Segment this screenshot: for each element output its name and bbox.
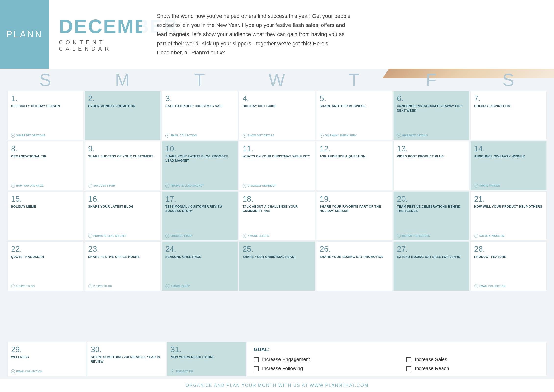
logo: PLANN <box>6 29 43 39</box>
day-8-subtext: HOW YOU ORGANIZE <box>16 184 44 187</box>
day-23-num: 23. <box>88 245 157 253</box>
day-20-title: TEAM FESTIVE CELEBRATIONS BEHIND THE SCE… <box>397 205 466 233</box>
calendar-grid: 1.OFFICIALLY HOLIDAY SEASONSHARE DECORAT… <box>7 91 547 341</box>
day-21-title: HOW WILL YOUR PRODUCT HELP OTHERS <box>474 205 543 233</box>
day-30-title: SHARE SOMETHING VULNERABLE YEAR IN REVIE… <box>91 355 162 373</box>
day-18-subtext: 7 MORE SLEEPS <box>248 235 269 237</box>
day-7-title: HOLIDAY INSPIRATION <box>474 104 543 138</box>
day-24: 24.SEASONS GREETINGS1 MORE SLEEP <box>162 241 238 291</box>
day-14-sub: SHARE WINNER <box>474 182 543 188</box>
day-25: 25.SHARE YOUR CHRISTMAS FEAST <box>239 241 315 291</box>
day-31-title: NEW YEARS RESOLUTIONS <box>171 355 242 368</box>
title-december: DECEMBER. <box>59 17 132 36</box>
plus-icon-24 <box>165 284 169 288</box>
day-28-title: PRODUCT FEATURE <box>474 255 543 283</box>
day-11-num: 11. <box>243 144 311 153</box>
day-20: 20.TEAM FESTIVE CELEBRATIONS BEHIND THE … <box>393 191 469 241</box>
day-8-sub: HOW YOU ORGANIZE <box>11 182 80 188</box>
plus-icon-16 <box>88 234 92 238</box>
plus-icon-10 <box>165 184 169 188</box>
day-29-title: WELLNESS <box>11 355 83 368</box>
goal-checkbox-4[interactable] <box>406 366 411 371</box>
day-6-title: ANNOUNCE INSTAGRAM GIVEAWAY FOR NEXT WEE… <box>397 104 466 132</box>
day-5-title: SHARE ANOTHER BUSINESS <box>320 104 389 132</box>
day-14-title: ANNOUNCE GIVEAWAY WINNER <box>474 154 543 182</box>
day-30: 30. SHARE SOMETHING VULNERABLE YEAR IN R… <box>87 342 166 376</box>
day-23: 23.SHARE FESTIVE OFFICE HOURS2 DAYS TO G… <box>85 241 161 291</box>
goal-item-4: Increase Reach <box>406 366 540 371</box>
footer-text: ORGANIZE AND PLAN YOUR MONTH WITH US AT … <box>185 383 369 388</box>
day-2-title: CYBER MONDAY PROMOTION <box>88 104 157 138</box>
day-8: 8.ORGANIZATIONAL TIPHOW YOU ORGANIZE <box>7 141 84 190</box>
title-box: DECEMBER. CONTENT CALENDAR <box>49 0 142 69</box>
day-3-num: 3. <box>165 94 234 103</box>
day-29-subtext: EMAIL COLLECTION <box>16 370 42 373</box>
plus-icon-21 <box>474 234 478 238</box>
goal-section: 29. WELLNESS EMAIL COLLECTION 30. SHARE … <box>7 342 547 376</box>
day-25-num: 25. <box>243 245 311 253</box>
day-3-title: SALE EXTENDED/ CHRISTMAS SALE <box>165 104 234 132</box>
day-18: 18.TALK ABOUT A CHALLENGE YOUR COMMUNITY… <box>239 191 315 241</box>
day-4-num: 4. <box>243 94 311 103</box>
day-3: 3.SALE EXTENDED/ CHRISTMAS SALEEMAIL COL… <box>162 91 238 140</box>
day-29: 29. WELLNESS EMAIL COLLECTION <box>7 342 86 376</box>
day-21-sub: SOLVE A PROBLEM <box>474 232 543 238</box>
day-8-title: ORGANIZATIONAL TIP <box>11 154 80 182</box>
day-5-num: 5. <box>320 94 389 103</box>
day-headers: S M T W T F S <box>7 69 547 90</box>
day-6-num: 6. <box>397 94 466 103</box>
plus-icon-18 <box>243 234 246 238</box>
goal-checkboxes: Increase Engagement Increase Sales Incre… <box>254 357 540 371</box>
day-17-title: TESTIMONIAL / CUSTOMER REVIEW SUCCESS ST… <box>165 205 234 233</box>
footer: ORGANIZE AND PLAN YOUR MONTH WITH US AT … <box>0 379 554 392</box>
plus-icon-14 <box>474 184 478 188</box>
goal-checkbox-2[interactable] <box>254 366 259 371</box>
day-5-subtext: GIVEAWAY SNEAK PEEK <box>325 134 357 137</box>
day-4-title: HOLIDAY GIFT GUIDE <box>243 104 311 132</box>
day-8-num: 8. <box>11 144 80 153</box>
day-31-subtext: TUESDAY TIP <box>176 370 193 373</box>
day-24-num: 24. <box>165 245 234 253</box>
plus-icon-28 <box>474 284 478 288</box>
day-27-title: EXTEND BOXING DAY SALE FOR 24HRS <box>397 255 466 288</box>
day-10-title: SHARE YOUR LATEST BLOG PROMOTE LEAD MAGN… <box>165 154 234 182</box>
day-10-sub: PROMOTE LEAD MAGNET <box>165 182 234 188</box>
day-2: 2.CYBER MONDAY PROMOTION <box>85 91 161 140</box>
day-4: 4.HOLIDAY GIFT GUIDESHOW GIFT DETAILS <box>239 91 315 140</box>
day-12: 12.ASK AUDIENCE A QUESTION <box>316 141 392 190</box>
day-28-subtext: EMAIL COLLECTION <box>479 285 505 288</box>
day-21-subtext: SOLVE A PROBLEM <box>479 235 505 237</box>
goal-item-3: Increase Sales <box>406 357 540 362</box>
day-9-subtext: SUCCESS STORY <box>93 184 116 187</box>
day-27-num: 27. <box>397 245 466 253</box>
plus-icon-23 <box>88 284 92 288</box>
day-17-sub: SUCCESS STORY <box>165 232 234 238</box>
day-17: 17.TESTIMONIAL / CUSTOMER REVIEW SUCCESS… <box>162 191 238 241</box>
day-7-num: 7. <box>474 94 543 103</box>
day-header-sun: S <box>7 71 84 89</box>
goal-checkbox-1[interactable] <box>254 357 259 362</box>
day-29-num: 29. <box>11 345 83 354</box>
goal-label-1: Increase Engagement <box>262 357 310 362</box>
day-28-sub: EMAIL COLLECTION <box>474 283 543 288</box>
day-31: 31. NEW YEARS RESOLUTIONS TUESDAY TIP <box>167 342 246 376</box>
day-25-title: SHARE YOUR CHRISTMAS FEAST <box>243 255 311 288</box>
header-desc-text: Show the world how you've helped others … <box>157 12 353 57</box>
day-19: 19.SHARE YOUR FAVORITE PART OF THE HOLID… <box>316 191 392 241</box>
day-23-sub: 2 DAYS TO GO <box>88 283 157 288</box>
day-5: 5.SHARE ANOTHER BUSINESSGIVEAWAY SNEAK P… <box>316 91 392 140</box>
day-2-num: 2. <box>88 94 157 103</box>
day-14: 14.ANNOUNCE GIVEAWAY WINNERSHARE WINNER <box>470 141 547 190</box>
day-14-subtext: SHARE WINNER <box>479 184 500 187</box>
day-9: 9.SHARE SUCCESS OF YOUR CUSTOMERSSUCCESS… <box>85 141 161 190</box>
day-22-sub: 3 DAYS TO GO <box>11 283 80 288</box>
day-11: 11.WHAT'S ON YOUR CHRISTMAS WISHLIST?GIV… <box>239 141 315 190</box>
day-3-subtext: EMAIL COLLECTION <box>171 134 197 137</box>
plus-icon-9 <box>88 184 92 188</box>
goal-checkbox-3[interactable] <box>406 357 411 362</box>
day-header-tue: T <box>162 71 238 89</box>
day-16-subtext: PROMOTE LEAD MAGNET <box>93 235 127 237</box>
day-28-num: 28. <box>474 245 543 253</box>
day-30-num: 30. <box>91 345 162 354</box>
day-4-subtext: SHOW GIFT DETAILS <box>248 134 275 137</box>
